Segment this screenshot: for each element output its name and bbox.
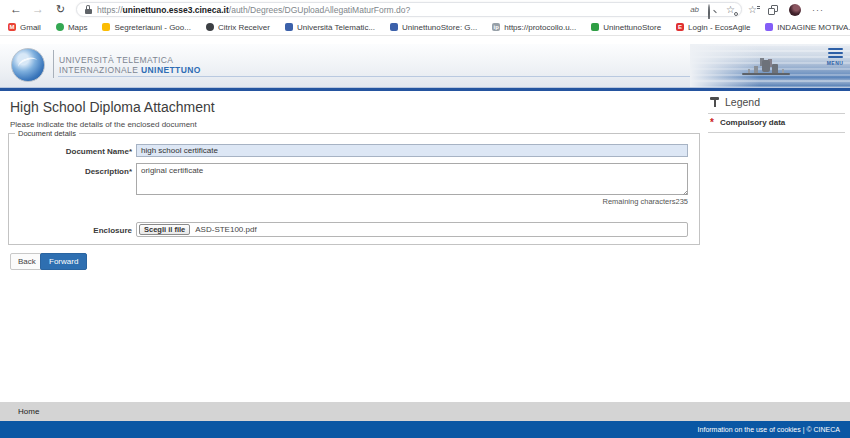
legend-icon bbox=[710, 97, 719, 107]
collections-icon[interactable] bbox=[768, 5, 778, 15]
footer-bar: Information on the use of cookies | © CI… bbox=[0, 421, 850, 438]
legend-item-compulsory: * Compulsory data bbox=[708, 114, 845, 133]
settings-menu-icon[interactable]: ··· bbox=[812, 5, 824, 15]
cookies-link[interactable]: Information on the use of cookies | © CI… bbox=[698, 426, 840, 433]
bookmark-item[interactable]: UninettunoStore bbox=[591, 23, 661, 32]
bookmark-item[interactable]: Università Telematic... bbox=[285, 23, 375, 32]
hamburger-icon bbox=[828, 48, 843, 50]
description-label: Description* bbox=[9, 167, 132, 176]
document-name-label: Document Name* bbox=[9, 147, 132, 156]
search-icon[interactable] bbox=[708, 5, 717, 14]
enclosure-label: Enclosure bbox=[9, 226, 132, 235]
browser-forward-icon[interactable]: → bbox=[32, 2, 44, 16]
menu-button[interactable]: MENU bbox=[826, 48, 844, 66]
bookmark-item[interactable]: Citrix Receiver bbox=[206, 23, 270, 32]
header-rule bbox=[58, 76, 698, 77]
bookmark-label: Segreteriauni - Goo... bbox=[114, 23, 190, 32]
document-details-fieldset: Document details Document Name* Descript… bbox=[8, 133, 700, 245]
favorites-bar-icon[interactable]: ☆ bbox=[748, 5, 757, 15]
bookmark-item[interactable]: E Login - EcosAgile bbox=[676, 23, 750, 32]
fieldset-legend: Document details bbox=[15, 129, 79, 138]
bookmarks-overflow-icon[interactable]: › bbox=[836, 22, 839, 33]
browser-actions: ☆ ··· bbox=[748, 2, 844, 17]
bookmark-favicon bbox=[102, 23, 110, 31]
bookmark-favicon bbox=[206, 23, 214, 31]
description-textarea[interactable]: original certificate bbox=[136, 163, 688, 195]
bookmark-favicon bbox=[591, 23, 599, 31]
url-text[interactable]: https://uninettuno.esse3.cineca.it/auth/… bbox=[97, 5, 684, 15]
bookmark-label: Login - EcosAgile bbox=[688, 23, 750, 32]
university-name: UNIVERSITÀ TELEMATICA INTERNAZIONALE UNI… bbox=[59, 55, 201, 75]
bookmark-item[interactable]: Maps bbox=[56, 23, 88, 32]
bookmark-label: Citrix Receiver bbox=[218, 23, 270, 32]
legend-item-label: Compulsory data bbox=[720, 118, 785, 127]
lock-icon bbox=[85, 5, 92, 14]
header-divider bbox=[0, 88, 850, 91]
browser-toolbar: ← → ↻ https://uninettuno.esse3.cineca.it… bbox=[0, 0, 850, 19]
legend-panel: Legend * Compulsory data bbox=[708, 94, 845, 133]
document-name-input[interactable] bbox=[136, 144, 688, 157]
remaining-characters: Remaining characters235 bbox=[396, 197, 688, 206]
bookmark-label: Università Telematic... bbox=[297, 23, 375, 32]
bookmark-label: Gmail bbox=[20, 23, 41, 32]
add-favorite-icon[interactable]: ☆ bbox=[726, 5, 735, 15]
back-button[interactable]: Back bbox=[10, 253, 44, 270]
bookmark-favicon bbox=[390, 23, 398, 31]
asterisk-icon: * bbox=[710, 119, 714, 127]
bookmark-favicon: E bbox=[676, 23, 684, 31]
browser-window: ← → ↻ https://uninettuno.esse3.cineca.it… bbox=[0, 0, 850, 438]
page-subtitle: Please indicate the details of the enclo… bbox=[10, 120, 197, 129]
address-bar[interactable]: https://uninettuno.esse3.cineca.it/auth/… bbox=[76, 2, 742, 17]
sculpture-image bbox=[762, 60, 770, 72]
brand-name: UNINETTUNO bbox=[141, 65, 201, 75]
bookmark-item[interactable]: Segreteriauni - Goo... bbox=[102, 23, 190, 32]
legend-title: Legend bbox=[725, 96, 760, 108]
menu-label: MENU bbox=[826, 60, 844, 66]
favorite-gear-icon bbox=[734, 12, 738, 16]
bookmark-label: Maps bbox=[68, 23, 88, 32]
sculpture-base bbox=[742, 73, 790, 75]
bookmark-favicon: ip bbox=[492, 23, 500, 31]
bookmark-favicon: M bbox=[8, 23, 16, 31]
browser-refresh-icon[interactable]: ↻ bbox=[56, 2, 65, 16]
choose-file-button[interactable]: Scegli il file bbox=[139, 224, 190, 235]
file-name: ASD-STE100.pdf bbox=[195, 225, 256, 234]
bookmark-favicon bbox=[285, 23, 293, 31]
page-title: High School Diploma Attachment bbox=[10, 99, 215, 115]
home-link[interactable]: Home bbox=[18, 407, 39, 416]
browser-back-icon[interactable]: ← bbox=[10, 2, 22, 16]
bookmark-item[interactable]: UninettunoStore: G... bbox=[390, 23, 477, 32]
university-logo[interactable] bbox=[11, 48, 45, 82]
bookmarks-bar: M Gmail Maps Segreteriauni - Goo... Citr… bbox=[0, 19, 850, 36]
bookmark-label: UninettunoStore: G... bbox=[402, 23, 477, 32]
bookmark-item[interactable]: M Gmail bbox=[8, 23, 41, 32]
logo-separator bbox=[53, 50, 54, 78]
bookmark-favicon bbox=[765, 23, 773, 31]
bookmark-label: https://protocollo.u... bbox=[504, 23, 576, 32]
bookmark-item[interactable]: ip https://protocollo.u... bbox=[492, 23, 576, 32]
site-header: UNIVERSITÀ TELEMATICA INTERNAZIONALE UNI… bbox=[0, 44, 850, 87]
url-domain: uninettuno.esse3.cineca.it bbox=[123, 5, 229, 15]
footer-nav: Home bbox=[0, 402, 850, 421]
bookmark-label: UninettunoStore bbox=[603, 23, 661, 32]
read-aloud-icon[interactable]: ab bbox=[690, 5, 699, 14]
forward-button[interactable]: Forward bbox=[40, 253, 87, 270]
enclosure-file-field[interactable]: Scegli il file ASD-STE100.pdf bbox=[136, 222, 688, 237]
profile-avatar[interactable] bbox=[789, 4, 801, 16]
bookmark-favicon bbox=[56, 23, 64, 31]
